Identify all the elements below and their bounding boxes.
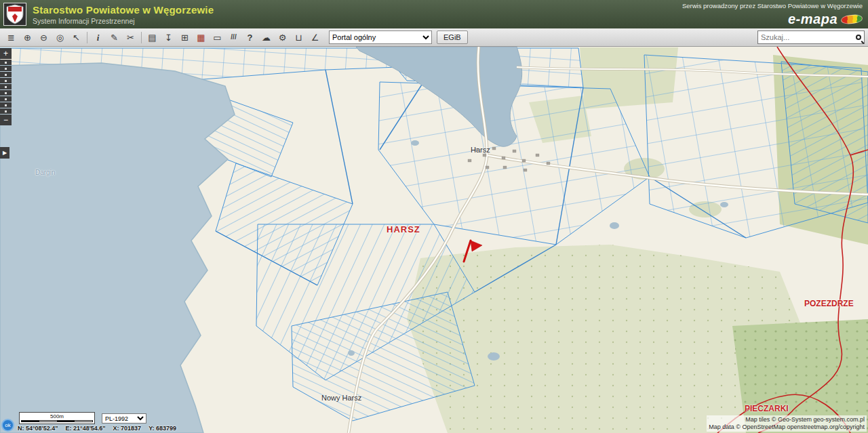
- help-icon[interactable]: ?: [242, 30, 258, 45]
- header-right: Serwis prowadzony przez Starostwo Powiat…: [682, 2, 863, 27]
- map-toolbar: ≣ ⊕ ⊖ ◎ ↖ i ✎ ✂ ▤ ↧ ⊞ ▦ ▭ /// ? ☁ ⚙ ⊔ ∠ …: [0, 28, 868, 47]
- map-canvas[interactable]: [0, 47, 868, 433]
- cloud-layers-icon[interactable]: ☁: [258, 30, 274, 45]
- portal-select[interactable]: Portal ogólny: [329, 30, 432, 44]
- pond: [488, 352, 500, 360]
- coord-y: Y: 683799: [149, 425, 176, 432]
- coord-e: E: 21°48'54.6": [66, 425, 106, 432]
- emapa-logo: e-mapa: [788, 12, 837, 27]
- zoom-control: + −: [0, 48, 12, 125]
- search-input[interactable]: [761, 33, 856, 41]
- pond: [720, 202, 728, 207]
- attribution-data: Map data © OpenStreetMap openstreetmap.o…: [709, 424, 865, 431]
- egib-button[interactable]: EGiB: [437, 30, 468, 44]
- brand-row: e-mapa: [682, 12, 863, 27]
- zoom-level-step[interactable]: [0, 78, 12, 83]
- toolbar-separator: [87, 32, 87, 43]
- pointer-icon[interactable]: ↖: [68, 30, 84, 45]
- zoom-in-icon[interactable]: ⊕: [20, 30, 35, 45]
- search-box: [757, 30, 865, 44]
- zoom-out-icon[interactable]: ⊖: [36, 30, 52, 45]
- angle-icon[interactable]: ∠: [307, 30, 323, 45]
- zoom-level-step[interactable]: [0, 60, 12, 65]
- attribution-tiles: Map tiles © Geo-System geo-system.com.pl: [709, 416, 865, 424]
- panel-expand-button[interactable]: ▶: [0, 147, 9, 159]
- layers-icon[interactable]: ≣: [3, 30, 19, 45]
- toolbar-separator: [141, 32, 142, 43]
- scale-label: 500m: [21, 413, 93, 419]
- zoom-level-step[interactable]: [0, 108, 12, 114]
- header-bar: Starostwo Powiatowe w Węgorzewie System …: [0, 0, 868, 28]
- header-titles: Starostwo Powiatowe w Węgorzewie System …: [33, 4, 214, 25]
- select-area-icon[interactable]: ◎: [52, 30, 68, 45]
- coordinates-readout: N: 54°08'52.4" E: 21°48'54.6" X: 701837 …: [18, 425, 176, 432]
- zoom-level-step[interactable]: [0, 66, 12, 71]
- zoom-level-step[interactable]: [0, 72, 12, 77]
- crs-select[interactable]: PL-1992: [102, 413, 146, 424]
- page-title: Starostwo Powiatowe w Węgorzewie: [33, 4, 214, 16]
- search-icon[interactable]: [856, 35, 861, 40]
- measure-icon[interactable]: ✎: [106, 30, 122, 45]
- map-attribution: Map tiles © Geo-System geo-system.com.pl…: [707, 415, 867, 432]
- page-subtitle: System Informacji Przestrzennej: [33, 17, 214, 25]
- emapa-swoosh-icon: [840, 14, 863, 24]
- extent-icon[interactable]: ⊞: [177, 30, 193, 45]
- info-icon[interactable]: i: [90, 30, 106, 45]
- settings-icon[interactable]: ⚙: [275, 30, 290, 45]
- download-icon[interactable]: ↧: [161, 30, 176, 45]
- cadastre-icon[interactable]: ▦: [193, 30, 209, 45]
- pond: [411, 140, 419, 146]
- pond: [348, 350, 355, 356]
- ok-button[interactable]: ok: [1, 419, 14, 432]
- zoom-out-button[interactable]: −: [0, 115, 12, 125]
- coord-n: N: 54°08'52.4": [18, 425, 58, 432]
- geoportal-app: Starostwo Powiatowe w Węgorzewie System …: [0, 0, 868, 433]
- coord-x: X: 701837: [113, 425, 142, 432]
- pond: [610, 222, 619, 229]
- scissors-icon[interactable]: ✂: [123, 30, 138, 45]
- zoom-level-step[interactable]: [0, 84, 12, 89]
- map-viewport[interactable]: Dargin Harsz HARSZ POZEZDRZE PIECZARKI N…: [0, 47, 868, 433]
- scale-bar: 500m: [19, 412, 95, 424]
- zoom-in-button[interactable]: +: [0, 48, 12, 59]
- scale-strip: [21, 420, 93, 422]
- zoom-level-step[interactable]: [0, 102, 12, 108]
- cart-icon[interactable]: ⊔: [291, 30, 307, 45]
- zoom-level-step[interactable]: [0, 96, 12, 102]
- comment-icon[interactable]: ▭: [210, 30, 225, 45]
- service-note: Serwis prowadzony przez Starostwo Powiat…: [682, 2, 863, 9]
- zoom-level-step[interactable]: [0, 90, 12, 96]
- print-icon[interactable]: ▤: [144, 30, 160, 45]
- coat-of-arms-logo: [3, 3, 26, 26]
- coat-of-arms-icon: [5, 4, 24, 24]
- hatching-icon[interactable]: ///: [226, 30, 241, 45]
